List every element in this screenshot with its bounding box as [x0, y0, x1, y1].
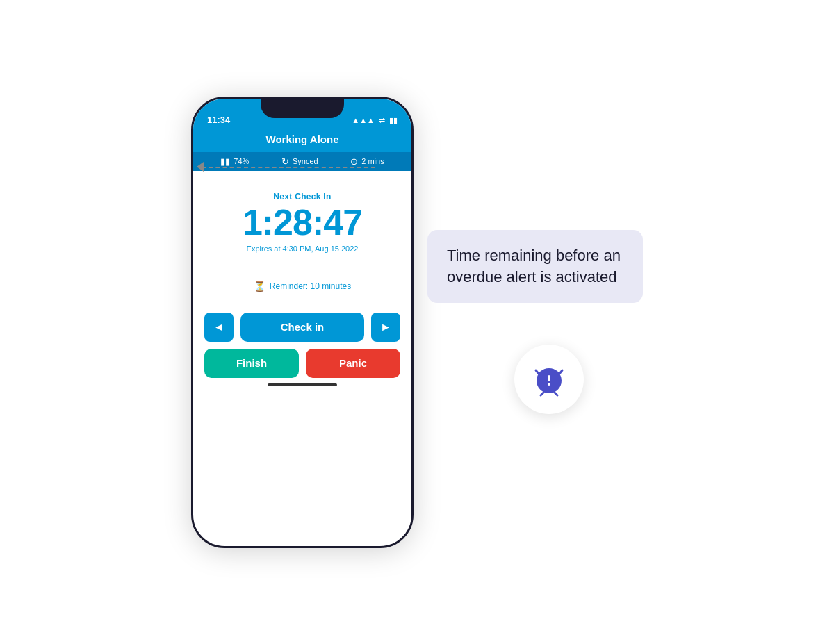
panic-button[interactable]: Panic	[306, 349, 400, 378]
status-icons: ▲▲▲ ⇌ ▮▮	[352, 116, 398, 125]
next-checkin-label: Next Check In	[273, 192, 331, 201]
time-info: ⊙ 2 mins	[350, 156, 384, 167]
scene: 11:34 ▲▲▲ ⇌ ▮▮ Working Alone ▮▮ 74% ↻ Sy…	[0, 0, 834, 644]
svg-rect-3	[548, 375, 550, 381]
battery-icon: ▮▮	[389, 116, 398, 125]
sync-icon: ↻	[281, 156, 289, 167]
annotation-area: Time remaining before an overdue alert i…	[427, 230, 643, 415]
alarm-circle	[514, 345, 584, 414]
status-time: 11:34	[207, 115, 230, 125]
svg-point-4	[548, 383, 550, 386]
phone-content: Next Check In 1:28:47 Expires at 4:30 PM…	[193, 171, 411, 313]
expires-text: Expires at 4:30 PM, Aug 15 2022	[247, 245, 359, 253]
alarm-clock-icon	[530, 360, 569, 399]
action-row: ◄ Check in ►	[204, 313, 400, 342]
mins-remaining: 2 mins	[361, 157, 384, 165]
timer-display: 1:28:47	[243, 204, 362, 240]
battery-percentage: 74%	[234, 157, 249, 165]
sync-info: ↻ Synced	[281, 156, 318, 167]
secondary-row: Finish Panic	[204, 349, 400, 378]
phone-mockup: 11:34 ▲▲▲ ⇌ ▮▮ Working Alone ▮▮ 74% ↻ Sy…	[191, 97, 414, 548]
finish-button[interactable]: Finish	[204, 349, 299, 378]
reminder-label: Reminder: 10 minutes	[270, 281, 351, 291]
nav-right-button[interactable]: ►	[371, 313, 400, 342]
wifi-icon: ⇌	[379, 116, 385, 125]
reminder-row: ⏳ Reminder: 10 minutes	[254, 281, 351, 292]
dashed-connector-line	[202, 167, 375, 168]
clock-icon: ⊙	[350, 156, 358, 167]
svg-line-1	[536, 370, 539, 374]
arrow-left-icon	[197, 162, 204, 172]
battery-bar-icon: ▮▮	[220, 156, 230, 167]
signal-icon: ▲▲▲	[352, 116, 375, 124]
callout-box: Time remaining before an overdue alert i…	[427, 230, 643, 304]
app-header: Working Alone	[193, 129, 411, 152]
svg-line-6	[555, 393, 557, 395]
callout-text: Time remaining before an overdue alert i…	[447, 245, 623, 288]
home-indicator	[268, 383, 337, 386]
nav-left-button[interactable]: ◄	[204, 313, 234, 342]
phone-bottom: ◄ Check in ► Finish Panic	[193, 313, 411, 400]
svg-line-5	[541, 393, 543, 395]
battery-info: ▮▮ 74%	[220, 156, 249, 167]
app-title: Working Alone	[193, 133, 411, 145]
checkin-button[interactable]: Check in	[240, 313, 364, 342]
hourglass-icon: ⏳	[254, 281, 265, 292]
sync-status: Synced	[293, 157, 318, 165]
svg-line-2	[559, 370, 562, 374]
phone-notch	[261, 99, 344, 118]
